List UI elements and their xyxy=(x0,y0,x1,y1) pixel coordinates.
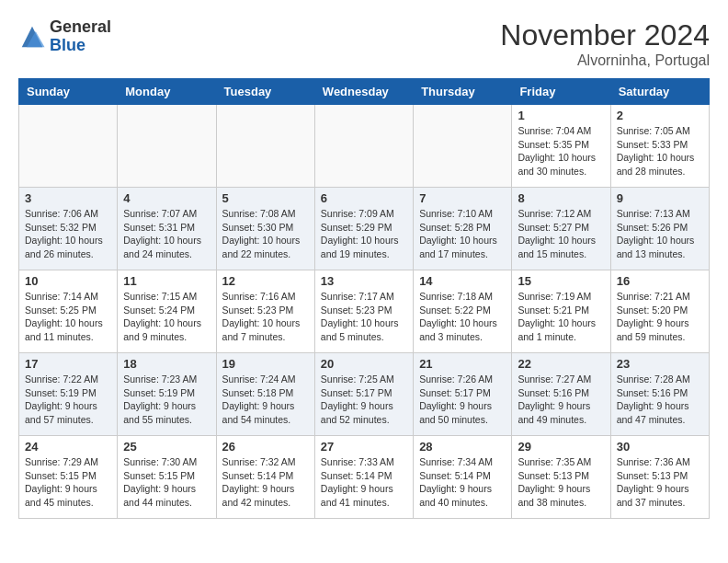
day-info: Sunrise: 7:08 AMSunset: 5:30 PMDaylight:… xyxy=(222,207,309,261)
calendar-day-cell: 15Sunrise: 7:19 AMSunset: 5:21 PMDayligh… xyxy=(512,270,610,353)
page-header: General Blue November 2024 Alvorninha, P… xyxy=(18,18,710,69)
day-info: Sunrise: 7:30 AMSunset: 5:15 PMDaylight:… xyxy=(123,455,210,510)
day-number: 1 xyxy=(518,109,604,122)
calendar-week-row: 1Sunrise: 7:04 AMSunset: 5:35 PMDaylight… xyxy=(19,105,710,188)
day-number: 9 xyxy=(617,191,703,205)
day-info: Sunrise: 7:21 AMSunset: 5:20 PMDaylight:… xyxy=(617,290,703,344)
calendar-day-cell xyxy=(414,105,512,188)
calendar-day-cell: 4Sunrise: 7:07 AMSunset: 5:31 PMDaylight… xyxy=(118,188,216,270)
day-info: Sunrise: 7:36 AMSunset: 5:13 PMDaylight:… xyxy=(617,455,703,510)
day-number: 5 xyxy=(222,191,309,205)
calendar-day-header: Thursday xyxy=(414,79,512,105)
day-info: Sunrise: 7:33 AMSunset: 5:14 PMDaylight:… xyxy=(321,455,407,510)
day-number: 27 xyxy=(321,440,407,454)
calendar-week-row: 17Sunrise: 7:22 AMSunset: 5:19 PMDayligh… xyxy=(19,353,710,436)
day-number: 30 xyxy=(617,440,703,454)
calendar-day-cell: 5Sunrise: 7:08 AMSunset: 5:30 PMDaylight… xyxy=(216,188,314,270)
calendar-day-cell: 24Sunrise: 7:29 AMSunset: 5:15 PMDayligh… xyxy=(19,436,118,519)
calendar-day-cell: 1Sunrise: 7:04 AMSunset: 5:35 PMDaylight… xyxy=(512,105,610,188)
calendar-week-row: 10Sunrise: 7:14 AMSunset: 5:25 PMDayligh… xyxy=(19,270,710,353)
day-number: 6 xyxy=(321,191,407,205)
day-number: 15 xyxy=(518,274,604,288)
calendar-week-row: 24Sunrise: 7:29 AMSunset: 5:15 PMDayligh… xyxy=(19,436,710,519)
day-info: Sunrise: 7:05 AMSunset: 5:33 PMDaylight:… xyxy=(617,124,703,178)
day-info: Sunrise: 7:09 AMSunset: 5:29 PMDaylight:… xyxy=(321,207,407,261)
location: Alvorninha, Portugal xyxy=(500,52,710,69)
day-info: Sunrise: 7:12 AMSunset: 5:27 PMDaylight:… xyxy=(518,207,604,261)
calendar-day-cell: 11Sunrise: 7:15 AMSunset: 5:24 PMDayligh… xyxy=(118,270,216,353)
day-number: 29 xyxy=(518,440,604,454)
calendar-day-cell: 29Sunrise: 7:35 AMSunset: 5:13 PMDayligh… xyxy=(512,436,610,519)
day-info: Sunrise: 7:27 AMSunset: 5:16 PMDaylight:… xyxy=(518,373,604,427)
day-info: Sunrise: 7:06 AMSunset: 5:32 PMDaylight:… xyxy=(25,207,111,261)
calendar-day-cell: 21Sunrise: 7:26 AMSunset: 5:17 PMDayligh… xyxy=(414,353,512,436)
day-number: 17 xyxy=(25,357,111,371)
calendar-day-cell: 20Sunrise: 7:25 AMSunset: 5:17 PMDayligh… xyxy=(314,353,413,436)
day-info: Sunrise: 7:17 AMSunset: 5:23 PMDaylight:… xyxy=(321,290,407,344)
day-number: 26 xyxy=(222,440,309,454)
day-number: 7 xyxy=(419,191,506,205)
logo-general: General xyxy=(50,17,111,36)
calendar-day-header: Wednesday xyxy=(314,79,413,105)
day-info: Sunrise: 7:24 AMSunset: 5:18 PMDaylight:… xyxy=(222,373,309,427)
calendar-day-cell: 13Sunrise: 7:17 AMSunset: 5:23 PMDayligh… xyxy=(314,270,413,353)
calendar-day-cell: 19Sunrise: 7:24 AMSunset: 5:18 PMDayligh… xyxy=(216,353,314,436)
calendar-day-cell: 8Sunrise: 7:12 AMSunset: 5:27 PMDaylight… xyxy=(512,188,610,270)
day-number: 13 xyxy=(321,274,407,288)
logo: General Blue xyxy=(18,18,111,55)
calendar-day-cell xyxy=(118,105,216,188)
calendar-day-cell: 9Sunrise: 7:13 AMSunset: 5:26 PMDaylight… xyxy=(610,188,709,270)
calendar-day-cell: 28Sunrise: 7:34 AMSunset: 5:14 PMDayligh… xyxy=(414,436,512,519)
calendar-day-cell: 3Sunrise: 7:06 AMSunset: 5:32 PMDaylight… xyxy=(19,188,118,270)
day-info: Sunrise: 7:13 AMSunset: 5:26 PMDaylight:… xyxy=(617,207,703,261)
day-info: Sunrise: 7:26 AMSunset: 5:17 PMDaylight:… xyxy=(419,373,506,427)
day-info: Sunrise: 7:15 AMSunset: 5:24 PMDaylight:… xyxy=(123,290,210,344)
day-info: Sunrise: 7:35 AMSunset: 5:13 PMDaylight:… xyxy=(518,455,604,510)
calendar-day-cell xyxy=(314,105,413,188)
day-number: 3 xyxy=(25,191,111,205)
day-number: 10 xyxy=(25,274,111,288)
calendar-day-header: Friday xyxy=(512,79,610,105)
title-section: November 2024 Alvorninha, Portugal xyxy=(500,18,710,69)
calendar-week-row: 3Sunrise: 7:06 AMSunset: 5:32 PMDaylight… xyxy=(19,188,710,270)
day-number: 28 xyxy=(419,440,506,454)
day-number: 20 xyxy=(321,357,407,371)
day-number: 23 xyxy=(617,357,703,371)
day-number: 12 xyxy=(222,274,309,288)
calendar-day-cell: 16Sunrise: 7:21 AMSunset: 5:20 PMDayligh… xyxy=(610,270,709,353)
day-info: Sunrise: 7:32 AMSunset: 5:14 PMDaylight:… xyxy=(222,455,309,510)
calendar-day-cell: 26Sunrise: 7:32 AMSunset: 5:14 PMDayligh… xyxy=(216,436,314,519)
day-info: Sunrise: 7:18 AMSunset: 5:22 PMDaylight:… xyxy=(419,290,506,344)
day-info: Sunrise: 7:28 AMSunset: 5:16 PMDaylight:… xyxy=(617,373,703,427)
day-info: Sunrise: 7:16 AMSunset: 5:23 PMDaylight:… xyxy=(222,290,309,344)
calendar-day-header: Saturday xyxy=(610,79,709,105)
logo-icon xyxy=(18,23,46,51)
day-number: 24 xyxy=(25,440,111,454)
calendar-day-cell xyxy=(216,105,314,188)
day-number: 11 xyxy=(123,274,210,288)
calendar-day-cell: 17Sunrise: 7:22 AMSunset: 5:19 PMDayligh… xyxy=(19,353,118,436)
calendar-day-header: Tuesday xyxy=(216,79,314,105)
day-info: Sunrise: 7:29 AMSunset: 5:15 PMDaylight:… xyxy=(25,455,111,510)
calendar-day-cell: 25Sunrise: 7:30 AMSunset: 5:15 PMDayligh… xyxy=(118,436,216,519)
calendar-day-header: Monday xyxy=(118,79,216,105)
calendar-day-cell: 23Sunrise: 7:28 AMSunset: 5:16 PMDayligh… xyxy=(610,353,709,436)
day-info: Sunrise: 7:23 AMSunset: 5:19 PMDaylight:… xyxy=(123,373,210,427)
calendar-day-cell: 10Sunrise: 7:14 AMSunset: 5:25 PMDayligh… xyxy=(19,270,118,353)
calendar-table: SundayMondayTuesdayWednesdayThursdayFrid… xyxy=(18,78,710,519)
day-number: 8 xyxy=(518,191,604,205)
day-info: Sunrise: 7:10 AMSunset: 5:28 PMDaylight:… xyxy=(419,207,506,261)
calendar-day-cell: 18Sunrise: 7:23 AMSunset: 5:19 PMDayligh… xyxy=(118,353,216,436)
day-number: 2 xyxy=(617,109,703,122)
day-info: Sunrise: 7:19 AMSunset: 5:21 PMDaylight:… xyxy=(518,290,604,344)
day-number: 16 xyxy=(617,274,703,288)
calendar-header-row: SundayMondayTuesdayWednesdayThursdayFrid… xyxy=(19,79,710,105)
day-info: Sunrise: 7:07 AMSunset: 5:31 PMDaylight:… xyxy=(123,207,210,261)
calendar-day-cell: 30Sunrise: 7:36 AMSunset: 5:13 PMDayligh… xyxy=(610,436,709,519)
day-number: 22 xyxy=(518,357,604,371)
calendar-day-cell: 14Sunrise: 7:18 AMSunset: 5:22 PMDayligh… xyxy=(414,270,512,353)
calendar-day-cell xyxy=(19,105,118,188)
day-info: Sunrise: 7:04 AMSunset: 5:35 PMDaylight:… xyxy=(518,124,604,178)
day-info: Sunrise: 7:25 AMSunset: 5:17 PMDaylight:… xyxy=(321,373,407,427)
day-number: 14 xyxy=(419,274,506,288)
